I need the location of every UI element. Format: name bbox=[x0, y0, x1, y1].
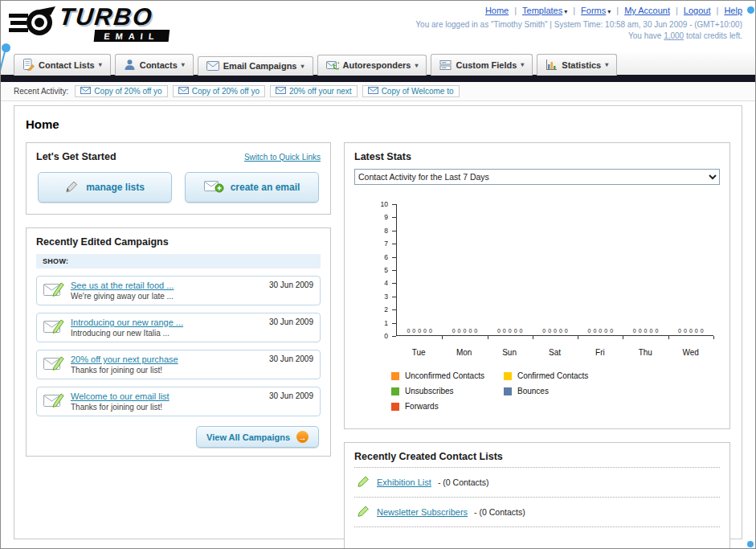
credits-value[interactable]: 1,000 bbox=[664, 31, 684, 40]
value-label: 0 bbox=[463, 328, 466, 334]
create-email-button[interactable]: create an email bbox=[185, 172, 319, 203]
email-campaigns-icon bbox=[206, 61, 219, 71]
manage-lists-button[interactable]: manage lists bbox=[38, 172, 172, 203]
show-label: SHOW: bbox=[43, 257, 68, 265]
email-icon bbox=[276, 87, 286, 96]
campaign-row[interactable]: See us at the retail food ... We're givi… bbox=[36, 276, 321, 305]
recently-edited-campaigns-panel: Recently Edited Campaigns SHOW: See us a… bbox=[26, 227, 331, 457]
legend-item: Unconfirmed Contacts bbox=[391, 371, 504, 380]
contact-list-item[interactable]: Newsletter Subscribers - (0 Contacts) bbox=[354, 498, 720, 527]
email-icon bbox=[178, 87, 189, 96]
chevron-down-icon: ▾ bbox=[521, 61, 524, 68]
top-nav-link[interactable]: Home bbox=[485, 6, 509, 15]
y-axis-tick-mark bbox=[392, 336, 396, 337]
legend-swatch bbox=[391, 372, 399, 380]
value-label: 0 bbox=[542, 328, 546, 334]
recent-activity-link[interactable]: Copy of Welcome to bbox=[382, 87, 454, 96]
contacts-icon bbox=[124, 59, 136, 71]
chart-day-column: 00000 bbox=[668, 204, 713, 335]
legend-swatch bbox=[504, 372, 512, 380]
chevron-down-icon: ▾ bbox=[415, 62, 418, 69]
contact-list-link[interactable]: Exhibition List bbox=[377, 477, 431, 487]
value-label: 0 bbox=[695, 328, 698, 334]
y-axis-tick-label: 6 bbox=[384, 253, 388, 261]
value-label: 0 bbox=[678, 328, 681, 334]
x-axis-label: Sun bbox=[487, 348, 532, 357]
statistics-icon bbox=[546, 59, 558, 71]
contact-lists-title: Recently Created Contact Lists bbox=[354, 451, 503, 462]
recent-activity-label: Recent Activity: bbox=[14, 87, 68, 96]
autoresponders-icon bbox=[326, 59, 339, 71]
email-icon bbox=[368, 87, 378, 96]
legend-item: Unsubscribes bbox=[391, 387, 504, 395]
chevron-down-icon: ▾ bbox=[182, 61, 185, 68]
legend-swatch bbox=[391, 387, 399, 395]
value-label: 0 bbox=[554, 328, 557, 334]
nav-tab[interactable]: Statistics ▾ bbox=[537, 54, 617, 76]
pencil-icon bbox=[65, 180, 80, 195]
campaign-row[interactable]: Introducing our new range ... Introducin… bbox=[36, 313, 321, 342]
chart-x-labels: TueMonSunSatFriThuWed bbox=[396, 348, 713, 357]
top-nav-link[interactable]: My Account bbox=[611, 6, 670, 15]
stats-period-select[interactable]: Contact Activity for the Last 7 Days bbox=[354, 169, 720, 185]
recent-activity-item[interactable]: 20% off your next bbox=[270, 85, 358, 97]
top-nav-link[interactable]: Logout bbox=[670, 6, 711, 15]
recently-created-contact-lists-panel: Recently Created Contact Lists Exhibitio… bbox=[344, 442, 730, 549]
get-started-title: Let's Get Started bbox=[36, 151, 116, 162]
chart-plot: 00000000000000000000000000000000000 bbox=[396, 204, 713, 336]
contact-list-link[interactable]: Newsletter Subscribers bbox=[377, 507, 468, 517]
recent-activity-link[interactable]: 20% off your next bbox=[289, 87, 352, 96]
recent-activity-link[interactable]: Copy of 20% off yo bbox=[192, 87, 259, 96]
top-nav-link[interactable]: Templates▾ bbox=[509, 6, 567, 15]
value-label: 0 bbox=[610, 328, 613, 334]
value-label: 0 bbox=[633, 328, 636, 334]
view-all-campaigns-button[interactable]: View All Campaigns → bbox=[196, 426, 319, 448]
chart-day-column: 00000 bbox=[442, 204, 487, 335]
campaign-title-link[interactable]: 20% off your next purchase bbox=[71, 354, 263, 364]
chart-y-axis: 109876543210 bbox=[364, 204, 396, 336]
nav-tab[interactable]: Custom Fields ▾ bbox=[431, 54, 533, 76]
x-axis-label: Mon bbox=[441, 348, 486, 357]
recent-activity-item[interactable]: Copy of 20% off yo bbox=[75, 85, 167, 97]
campaign-date: 30 Jun 2009 bbox=[269, 281, 313, 289]
campaign-date: 30 Jun 2009 bbox=[269, 354, 313, 363]
email-icon bbox=[80, 87, 91, 96]
chart-day-column: 00000 bbox=[578, 204, 623, 335]
x-axis-label: Sat bbox=[532, 348, 577, 357]
x-axis-label: Wed bbox=[668, 348, 713, 357]
campaign-subtitle: Thanks for joining our list! bbox=[71, 403, 263, 412]
recent-activity-item[interactable]: Copy of Welcome to bbox=[362, 85, 460, 97]
campaign-title-link[interactable]: See us at the retail food ... bbox=[71, 281, 263, 290]
nav-tab[interactable]: Email Campaigns ▾ bbox=[198, 56, 313, 76]
legend-swatch bbox=[504, 387, 512, 395]
y-axis-tick-label: 5 bbox=[384, 266, 388, 274]
value-label: 0 bbox=[514, 328, 517, 334]
recent-activity-link[interactable]: Copy of 20% off yo bbox=[94, 87, 161, 96]
campaign-title-link[interactable]: Introducing our new range ... bbox=[71, 318, 263, 327]
value-label: 0 bbox=[468, 328, 472, 334]
campaign-date: 30 Jun 2009 bbox=[269, 391, 313, 400]
chart-day-column: 00000 bbox=[623, 204, 668, 335]
legend-label: Confirmed Contacts bbox=[517, 371, 588, 380]
y-axis-tick-label: 0 bbox=[384, 332, 388, 340]
campaign-filter-row: SHOW: bbox=[36, 254, 321, 268]
top-nav-link[interactable]: Forms▾ bbox=[567, 6, 611, 15]
campaign-list: See us at the retail food ... We're givi… bbox=[36, 276, 321, 416]
switch-to-quick-links-link[interactable]: Switch to Quick Links bbox=[244, 153, 321, 162]
contact-list-item[interactable]: Exhibition List - (0 Contacts) bbox=[354, 468, 720, 498]
edit-email-icon bbox=[43, 281, 64, 298]
campaign-title-link[interactable]: Welcome to our email list bbox=[71, 391, 263, 401]
recent-activity-item[interactable]: Copy of 20% off yo bbox=[173, 85, 265, 97]
nav-tab[interactable]: Contacts ▾ bbox=[115, 54, 194, 76]
y-axis-tick-label: 3 bbox=[384, 293, 388, 301]
campaign-row[interactable]: 20% off your next purchase Thanks for jo… bbox=[36, 350, 321, 379]
edit-pencil-icon bbox=[356, 475, 370, 490]
top-nav-link[interactable]: Help bbox=[711, 6, 742, 15]
legend-label: Forwards bbox=[405, 402, 439, 411]
nav-tab[interactable]: Contact Lists ▾ bbox=[14, 54, 111, 76]
campaign-row[interactable]: Welcome to our email list Thanks for joi… bbox=[36, 387, 321, 416]
y-axis-tick-label: 2 bbox=[384, 305, 388, 313]
callout-dot bbox=[2, 43, 10, 52]
nav-tab[interactable]: Autoresponders ▾ bbox=[317, 55, 427, 76]
chevron-down-icon: ▾ bbox=[99, 61, 102, 68]
